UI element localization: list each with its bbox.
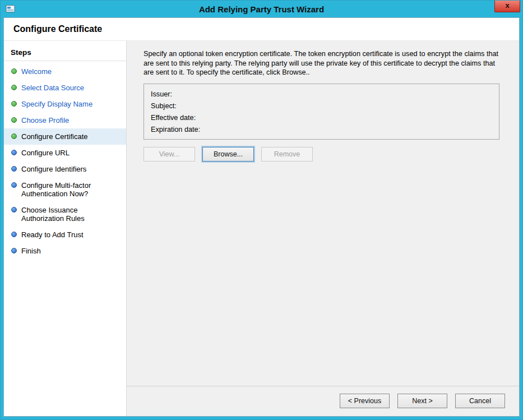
browse-button[interactable]: Browse...: [202, 147, 254, 161]
step-label: Configure URL: [21, 149, 70, 157]
step-status-icon: [11, 68, 17, 74]
step-status-icon: [11, 232, 17, 237]
step-label: Specify Display Name: [21, 100, 92, 108]
step-status-icon: [11, 133, 17, 139]
step-label: Finish: [21, 247, 41, 255]
sidebar-step-finish: Finish: [4, 243, 126, 259]
previous-button[interactable]: < Previous: [340, 394, 390, 408]
sidebar-step-choose-profile: Choose Profile: [4, 112, 126, 128]
window-title: Add Relying Party Trust Wizard: [1, 4, 522, 14]
titlebar[interactable]: Add Relying Party Trust Wizard x: [1, 1, 522, 17]
step-status-icon: [11, 248, 17, 253]
step-label: Choose Profile: [21, 116, 69, 124]
step-status-icon: [11, 182, 17, 188]
sidebar-step-configure-url: Configure URL: [4, 145, 126, 161]
step-label: Configure Identifiers: [21, 165, 86, 173]
app-icon: [6, 4, 16, 14]
step-status-icon: [11, 150, 17, 155]
main-content: Specify an optional token encryption cer…: [127, 41, 519, 416]
remove-button[interactable]: Remove: [261, 147, 313, 161]
close-button[interactable]: x: [494, 1, 520, 12]
sidebar-step-welcome: Welcome: [4, 63, 126, 80]
sidebar-step-select-data-source: Select Data Source: [4, 80, 126, 96]
step-status-icon: [11, 85, 17, 90]
sidebar-step-configure-certificate: Configure Certificate: [4, 128, 126, 145]
cancel-button[interactable]: Cancel: [455, 394, 505, 408]
window-body: Configure Certificate Steps WelcomeSelec…: [3, 17, 520, 417]
step-status-icon: [11, 101, 17, 107]
steps-heading: Steps: [4, 44, 126, 61]
page-title: Configure Certificate: [4, 18, 519, 41]
view-button[interactable]: View...: [144, 147, 195, 161]
steps-sidebar: Steps WelcomeSelect Data SourceSpecify D…: [4, 41, 127, 416]
step-label: Ready to Add Trust: [21, 230, 84, 239]
certificate-actions: View... Browse... Remove: [144, 147, 502, 161]
step-label: Configure Multi-factor Authentication No…: [21, 181, 107, 198]
expiration-date-field-label: Expiration date:: [151, 124, 492, 136]
issuer-field-label: Issuer:: [151, 89, 492, 100]
subject-field-label: Subject:: [151, 100, 492, 112]
next-button[interactable]: Next >: [397, 394, 447, 408]
sidebar-step-specify-display-name: Specify Display Name: [4, 96, 126, 112]
step-label: Select Data Source: [21, 84, 84, 92]
instruction-text: Specify an optional token encryption cer…: [144, 49, 502, 77]
steps-list: WelcomeSelect Data SourceSpecify Display…: [4, 63, 126, 259]
step-label: Choose Issuance Authorization Rules: [21, 206, 107, 223]
sidebar-step-ready-to-add-trust: Ready to Add Trust: [4, 227, 126, 243]
step-status-icon: [11, 117, 17, 123]
sidebar-step-choose-issuance-authorization-rules: Choose Issuance Authorization Rules: [4, 202, 126, 227]
sidebar-step-configure-identifiers: Configure Identifiers: [4, 161, 126, 177]
step-status-icon: [11, 207, 17, 213]
certificate-panel: Issuer: Subject: Effective date: Expirat…: [144, 84, 499, 140]
sidebar-step-configure-multi-factor-authentication-now: Configure Multi-factor Authentication No…: [4, 177, 126, 202]
wizard-window: Add Relying Party Trust Wizard x Configu…: [0, 0, 523, 420]
effective-date-field-label: Effective date:: [151, 112, 492, 124]
wizard-navigation: < Previous Next > Cancel: [127, 386, 519, 408]
step-status-icon: [11, 166, 17, 172]
step-label: Configure Certificate: [21, 132, 88, 141]
step-label: Welcome: [21, 67, 52, 76]
